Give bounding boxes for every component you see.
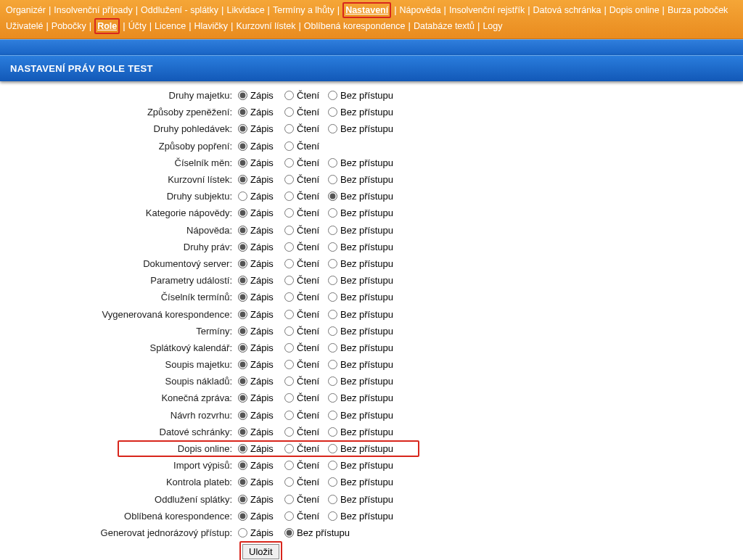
perm-option-bez[interactable]: Bez přístupu [328,427,408,437]
perm-option-zapis[interactable]: Zápis [238,207,284,218]
radio-bez[interactable] [328,124,337,133]
radio-zapis[interactable] [238,310,247,319]
perm-option-zapis[interactable]: Zápis [238,174,284,185]
radio-zapis[interactable] [238,192,247,201]
radio-zapis[interactable] [238,226,247,235]
perm-option-bez[interactable]: Bez přístupu [328,275,408,286]
radio-cteni[interactable] [284,393,294,403]
perm-option-zapis[interactable]: Zápis [238,141,284,152]
perm-option-zapis[interactable]: Zápis [238,225,284,236]
radio-zapis[interactable] [238,326,247,336]
perm-option-zapis[interactable]: Zápis [238,242,284,252]
radio-bez[interactable] [328,461,337,470]
radio-bez[interactable] [328,226,337,235]
radio-cteni[interactable] [284,259,294,268]
perm-option-zapis[interactable]: Zápis [238,292,284,302]
radio-zapis[interactable] [238,444,247,453]
perm-option-cteni[interactable]: Čtení [284,460,328,471]
radio-bez[interactable] [328,393,337,403]
perm-option-bez[interactable]: Bez přístupu [328,191,408,202]
radio-zapis[interactable] [238,376,247,386]
perm-option-cteni[interactable]: Čtení [284,123,328,134]
nav-link--ty[interactable]: Účty [128,21,147,31]
perm-option-zapis[interactable]: Zápis [238,460,284,471]
perm-option-cteni[interactable]: Čtení [284,376,328,387]
perm-option-bez[interactable]: Bez přístupu [328,157,408,168]
nav-link-likvidace[interactable]: Likvidace [226,5,264,15]
radio-cteni[interactable] [284,511,294,521]
radio-bez[interactable] [328,192,337,201]
radio-bez[interactable] [328,376,337,386]
radio-bez[interactable] [328,427,337,437]
nav-link-oddlu-en-spl-tky[interactable]: Oddlužení - splátky [141,5,218,15]
perm-option-zapis[interactable]: Zápis [238,309,284,320]
radio-cteni[interactable] [284,141,294,151]
perm-option-bez[interactable]: Bez přístupu [328,477,408,487]
radio-zapis[interactable] [238,528,247,538]
perm-option-bez[interactable]: Bez přístupu [328,376,408,387]
perm-option-zapis[interactable]: Zápis [238,326,284,337]
perm-option-zapis[interactable]: Zápis [238,427,284,437]
perm-option-zapis[interactable]: Zápis [238,477,284,487]
perm-option-zapis[interactable]: Zápis [238,376,284,387]
nav-link-hlavi-ky[interactable]: Hlavičky [194,21,229,31]
perm-option-cteni[interactable]: Čtení [284,258,328,269]
perm-option-zapis[interactable]: Zápis [238,359,284,370]
radio-bez[interactable] [328,310,337,319]
perm-option-zapis[interactable]: Zápis [238,511,284,522]
nav-link-organiz-r[interactable]: Organizér [6,5,46,15]
radio-cteni[interactable] [284,192,294,201]
perm-option-bez[interactable]: Bez přístupu [328,292,408,302]
radio-cteni[interactable] [284,376,294,386]
nav-link-insolven-n-p-pady[interactable]: Insolvenční případy [54,5,132,15]
perm-option-cteni[interactable]: Čtení [284,191,328,202]
nav-link-term-ny-a-lh-ty[interactable]: Termíny a lhůty [273,5,334,15]
radio-zapis[interactable] [238,511,247,521]
perm-option-cteni[interactable]: Čtení [284,443,328,454]
radio-bez[interactable] [328,91,337,100]
perm-option-bez[interactable]: Bez přístupu [328,359,408,370]
radio-bez[interactable] [328,411,337,420]
perm-option-cteni[interactable]: Čtení [284,392,328,403]
perm-option-bez[interactable]: Bez přístupu [328,443,408,454]
perm-option-cteni[interactable]: Čtení [284,157,328,168]
perm-option-bez[interactable]: Bez přístupu [328,511,408,522]
perm-option-zapis[interactable]: Zápis [238,90,284,101]
perm-option-zapis[interactable]: Zápis [238,342,284,353]
radio-cteni[interactable] [284,427,294,437]
perm-option-zapis[interactable]: Zápis [238,527,284,538]
radio-zapis[interactable] [238,91,247,100]
radio-bez[interactable] [328,107,337,117]
perm-option-cteni[interactable]: Čtení [284,410,328,421]
radio-zapis[interactable] [238,242,247,252]
radio-bez[interactable] [328,511,337,521]
perm-option-bez[interactable]: Bez přístupu [328,242,408,252]
radio-zapis[interactable] [238,343,247,353]
radio-cteni[interactable] [284,226,294,235]
radio-zapis[interactable] [238,259,247,268]
radio-cteni[interactable] [284,276,294,285]
perm-option-bez[interactable]: Bez přístupu [328,258,408,269]
radio-bez[interactable] [328,259,337,268]
perm-option-cteni[interactable]: Čtení [284,342,328,353]
perm-option-cteni[interactable]: Čtení [284,359,328,370]
perm-option-cteni[interactable]: Čtení [284,174,328,185]
perm-option-cteni[interactable]: Čtení [284,292,328,302]
perm-option-bez[interactable]: Bez přístupu [328,309,408,320]
perm-option-zapis[interactable]: Zápis [238,494,284,505]
radio-cteni[interactable] [284,477,294,487]
perm-option-zapis[interactable]: Zápis [238,157,284,168]
nav-link-dopis-online[interactable]: Dopis online [609,5,660,15]
radio-cteni[interactable] [284,158,294,168]
radio-zapis[interactable] [238,175,247,184]
perm-option-bez[interactable]: Bez přístupu [328,174,408,185]
perm-option-cteni[interactable]: Čtení [284,207,328,218]
radio-zapis[interactable] [238,107,247,117]
radio-cteni[interactable] [284,343,294,353]
radio-zapis[interactable] [238,411,247,420]
perm-option-bez[interactable]: Bez přístupu [328,342,408,353]
radio-zapis[interactable] [238,141,247,151]
radio-zapis[interactable] [238,208,247,218]
radio-cteni[interactable] [284,208,294,218]
perm-option-bez[interactable]: Bez přístupu [328,392,408,403]
